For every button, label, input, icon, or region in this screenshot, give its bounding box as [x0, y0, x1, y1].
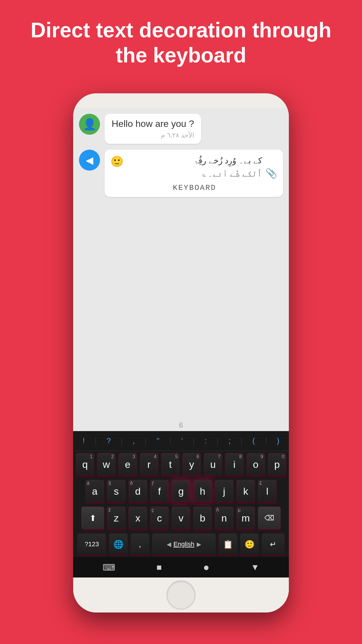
sym-lparen[interactable]: (	[250, 435, 257, 447]
urdu-line2: أَلکے شُے آئے۔ ۃ	[127, 167, 262, 181]
person-icon: 👤	[83, 118, 96, 131]
key-v[interactable]: v	[171, 506, 191, 530]
key-row-3: ⬆ žz x çc v b ñn µm ⌫	[73, 505, 289, 531]
header-title: Direct text decoration through the keybo…	[0, 18, 362, 68]
key-clipboard[interactable]: 📋	[218, 533, 238, 555]
received-text: Hello how are you ?	[112, 118, 194, 129]
sym-div4	[170, 438, 171, 444]
key-f[interactable]: ƒf	[150, 480, 169, 503]
key-u[interactable]: 7u	[203, 453, 222, 476]
key-z[interactable]: žz	[107, 506, 126, 530]
nav-home-icon[interactable]: ●	[203, 561, 210, 573]
key-a[interactable]: áa	[85, 480, 104, 503]
header-line2: the keyboard	[116, 43, 246, 67]
symbols-row: ! ? , " ' : ; ( )	[73, 431, 289, 451]
key-w[interactable]: 2w	[97, 453, 116, 476]
sym-div3	[145, 438, 146, 444]
key-row-1: 1q 2w 3e 4r 5t 6y 7u 8i 9o 0p	[73, 451, 289, 478]
key-i[interactable]: 8i	[225, 453, 244, 476]
phone-bottom	[73, 578, 289, 612]
key-x[interactable]: x	[128, 506, 147, 530]
urdu-line1: کے بے۔ وُرِد زُخے رفُِۃ	[127, 154, 262, 167]
key-123[interactable]: ?123	[77, 533, 106, 555]
nav-bar: ⌨ ■ ● ▼	[73, 557, 289, 578]
sym-exclamation[interactable]: !	[80, 435, 87, 447]
chat-area: 👤 Hello how are you ? الأحد ٦:٢٨ م ◀ 🙂	[73, 108, 289, 419]
bubble-received: Hello how are you ? الأحد ٦:٢٨ م	[105, 114, 201, 144]
key-t[interactable]: 5t	[161, 453, 180, 476]
avatar-composing: ◀	[79, 150, 100, 171]
phone-frame: 👤 Hello how are you ? الأحد ٦:٢٨ م ◀ 🙂	[73, 93, 289, 612]
compose-text[interactable]: کے بے۔ وُرِد زُخے رفُِۃ أَلکے شُے آئے۔ ۃ…	[127, 154, 262, 192]
nav-keyboard-icon[interactable]: ⌨	[103, 562, 115, 573]
compose-top: 🙂 کے بے۔ وُرِد زُخے رفُِۃ أَلکے شُے آئے۔…	[110, 154, 277, 192]
header-line1: Direct text decoration through	[31, 18, 331, 42]
page-background: Direct text decoration through the keybo…	[0, 0, 362, 644]
sym-colon[interactable]: :	[202, 435, 209, 447]
key-shift[interactable]: ⬆	[81, 506, 104, 530]
attachment-icon: 📎	[266, 168, 277, 179]
keyboard-label-text: KEYBOARD	[127, 183, 262, 192]
compose-bubble: 🙂 کے بے۔ وُرِد زُخے رفُِۃ أَلکے شُے آئے۔…	[105, 150, 283, 197]
sym-dquote[interactable]: "	[154, 435, 161, 447]
sym-question[interactable]: ?	[104, 435, 113, 447]
key-q[interactable]: 1q	[75, 453, 94, 476]
phone-top	[73, 93, 289, 108]
sym-div2	[122, 438, 122, 444]
space-right-arrow: ▶	[197, 541, 201, 548]
key-y[interactable]: 6y	[182, 453, 201, 476]
phone-screen: 👤 Hello how are you ? الأحد ٦:٢٨ م ◀ 🙂	[73, 108, 289, 578]
sym-squote[interactable]: '	[179, 435, 185, 447]
composing-message: ◀ 🙂 کے بے۔ وُرِد زُخے رفُِۃ أَلکے شُے آئ…	[79, 150, 283, 197]
home-button[interactable]	[166, 580, 196, 610]
key-k[interactable]: k	[236, 480, 255, 503]
key-o[interactable]: 9o	[246, 453, 265, 476]
space-left-arrow: ◀	[167, 541, 171, 548]
key-j[interactable]: j	[215, 480, 234, 503]
sym-div1	[96, 438, 96, 444]
key-m[interactable]: µm	[236, 506, 255, 530]
key-n[interactable]: ñn	[215, 506, 234, 530]
key-c[interactable]: çc	[150, 506, 169, 530]
sym-semicolon[interactable]: ;	[226, 435, 233, 447]
key-g[interactable]: g	[171, 480, 191, 503]
key-b[interactable]: b	[193, 506, 212, 530]
sym-div8	[266, 438, 266, 444]
key-row-bottom: ?123 🌐 , ◀ English ▶ 📋 🙂 ↵	[73, 531, 289, 557]
keyboard: ! ? , " ' : ; ( )	[73, 431, 289, 578]
key-s[interactable]: §s	[107, 480, 126, 503]
scroll-indicator: 6	[73, 419, 289, 431]
key-space[interactable]: ◀ English ▶	[152, 533, 216, 555]
received-time: الأحد ٦:٢٨ م	[112, 132, 194, 139]
key-comma-bottom[interactable]: ,	[130, 533, 150, 555]
sym-div5	[194, 438, 194, 444]
sym-div7	[241, 438, 242, 444]
key-backspace[interactable]: ⌫	[258, 506, 281, 530]
key-e[interactable]: 3e	[118, 453, 137, 476]
received-message: 👤 Hello how are you ? الأحد ٦:٢٨ م	[79, 114, 283, 144]
sym-div6	[217, 438, 218, 444]
key-p[interactable]: 0p	[268, 453, 287, 476]
nav-down-icon[interactable]: ▼	[251, 562, 259, 572]
key-h[interactable]: h	[193, 480, 212, 503]
smiley-compose: 🙂	[110, 155, 124, 168]
space-language: English	[173, 540, 194, 548]
sym-comma[interactable]: ,	[130, 435, 137, 447]
send-icon: ◀	[86, 154, 93, 166]
key-enter[interactable]: ↵	[261, 533, 285, 555]
key-row-2: áa §s ðd ƒf g h j k £l	[73, 478, 289, 505]
key-d[interactable]: ðd	[128, 480, 147, 503]
key-r[interactable]: 4r	[140, 453, 159, 476]
nav-stop-icon[interactable]: ■	[157, 562, 162, 572]
key-l[interactable]: £l	[258, 480, 277, 503]
key-globe[interactable]: 🌐	[109, 533, 128, 555]
key-emoji[interactable]: 🙂	[240, 533, 259, 555]
avatar-received: 👤	[79, 114, 100, 135]
sym-rparen[interactable]: )	[275, 435, 282, 447]
